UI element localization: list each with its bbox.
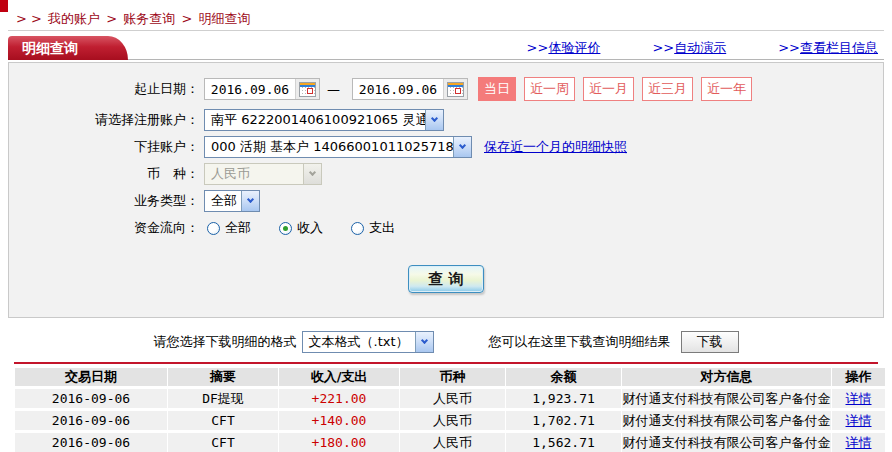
radio-all-label: 全部 bbox=[225, 219, 251, 237]
currency-select: 人民币 bbox=[204, 163, 322, 185]
cell-balance: 1,702.71 bbox=[506, 411, 621, 430]
detail-link[interactable]: 详情 bbox=[846, 391, 872, 406]
cell-currency: 人民币 bbox=[400, 433, 505, 452]
radio-income-label: 收入 bbox=[297, 219, 323, 237]
chevron-down-icon bbox=[425, 110, 443, 130]
sub-account-value: 000 活期 基本户 1406600101102571848 bbox=[205, 137, 453, 157]
date-from-value[interactable]: 2016.09.06 bbox=[205, 82, 295, 97]
cell-summary: CFT bbox=[168, 411, 278, 430]
cell-counterparty: 财付通支付科技有限公司客户备付金 bbox=[622, 433, 831, 452]
quick-button-last-3-months[interactable]: 近三月 bbox=[642, 77, 693, 101]
radio-expense[interactable] bbox=[351, 222, 364, 235]
tab-detail-query[interactable]: 明细查询 bbox=[8, 36, 108, 60]
breadcrumb-separator: > bbox=[106, 11, 117, 26]
detail-query-page: > > 我的账户 > 账务查询 > 明细查询 明细查询 >>体验评价 >>自动演… bbox=[0, 0, 892, 452]
breadcrumb-account-query[interactable]: 账务查询 bbox=[123, 11, 175, 26]
cell-amount: +221.00 bbox=[279, 389, 399, 408]
date-to-field[interactable]: 2016.09.06 bbox=[352, 78, 468, 100]
link-auto-demo[interactable]: >>自动演示 bbox=[652, 39, 726, 57]
radio-expense-label: 支出 bbox=[369, 219, 395, 237]
results-table-wrap: 交易日期 摘要 收入/支出 币种 余额 对方信息 操作 2016-09-06 D… bbox=[14, 362, 878, 452]
chevron-down-icon bbox=[453, 137, 471, 157]
cell-amount: +180.00 bbox=[279, 433, 399, 452]
table-row: 2016-09-06 CFT +140.00 人民币 1,702.71 财付通支… bbox=[15, 411, 885, 430]
currency-value: 人民币 bbox=[205, 164, 303, 184]
header-trade-date: 交易日期 bbox=[15, 368, 167, 386]
quick-button-last-year[interactable]: 近一年 bbox=[701, 77, 752, 101]
cell-counterparty: 财付通支付科技有限公司客户备付金 bbox=[622, 389, 831, 408]
quick-button-last-month[interactable]: 近一月 bbox=[583, 77, 634, 101]
table-row: 2016-09-06 CFT +180.00 人民币 1,562.71 财付通支… bbox=[15, 433, 885, 452]
breadcrumb-my-account[interactable]: 我的账户 bbox=[48, 11, 100, 26]
link-view-column-info[interactable]: >>查看栏目信息 bbox=[778, 39, 878, 57]
date-range-label: 起止日期： bbox=[9, 80, 199, 98]
table-row: 2016-09-06 DF提现 +221.00 人民币 1,923.71 财付通… bbox=[15, 389, 885, 408]
download-format-select[interactable]: 文本格式（.txt） bbox=[302, 331, 434, 353]
cell-trade-date: 2016-09-06 bbox=[15, 389, 167, 408]
cell-summary: CFT bbox=[168, 433, 278, 452]
top-links: >>体验评价 >>自动演示 >>查看栏目信息 bbox=[527, 39, 878, 57]
download-row: 请您选择下载明细的格式 文本格式（.txt） 您可以在这里下载查询明细结果 下载 bbox=[0, 330, 892, 354]
calendar-icon bbox=[299, 82, 316, 97]
download-hint: 您可以在这里下载查询明细结果 bbox=[489, 333, 671, 351]
download-format-label: 请您选择下载明细的格式 bbox=[154, 333, 297, 351]
header-action: 操作 bbox=[832, 368, 885, 386]
cell-trade-date: 2016-09-06 bbox=[15, 411, 167, 430]
tab-label: 明细查询 bbox=[22, 40, 78, 56]
date-range-dash: — bbox=[327, 82, 340, 97]
header-divider bbox=[8, 30, 884, 31]
date-to-calendar-button[interactable] bbox=[443, 79, 467, 99]
cell-balance: 1,923.71 bbox=[506, 389, 621, 408]
cell-counterparty: 财付通支付科技有限公司客户备付金 bbox=[622, 411, 831, 430]
breadcrumb-detail-query[interactable]: 明细查询 bbox=[198, 11, 250, 26]
fund-flow-label: 资金流向： bbox=[9, 219, 199, 237]
quick-button-today[interactable]: 当日 bbox=[478, 77, 516, 101]
quick-date-buttons: 当日 近一周 近一月 近三月 近一年 bbox=[478, 77, 752, 101]
corner-mark bbox=[0, 0, 8, 12]
quick-button-last-week[interactable]: 近一周 bbox=[524, 77, 575, 101]
query-form: 起止日期： 2016.09.06 — 2016.09.06 当日 近一周 近一月… bbox=[8, 62, 884, 318]
detail-link[interactable]: 详情 bbox=[846, 413, 872, 428]
calendar-icon bbox=[447, 82, 464, 97]
header-summary: 摘要 bbox=[168, 368, 278, 386]
cell-amount: +140.00 bbox=[279, 411, 399, 430]
table-header-row: 交易日期 摘要 收入/支出 币种 余额 对方信息 操作 bbox=[15, 368, 885, 386]
business-type-value: 全部 bbox=[205, 191, 241, 211]
register-account-value: 南平 6222001406100921065 灵通卡 bbox=[205, 110, 425, 130]
business-type-label: 业务类型： bbox=[9, 192, 199, 210]
detail-link[interactable]: 详情 bbox=[846, 435, 872, 450]
download-format-value: 文本格式（.txt） bbox=[303, 332, 415, 352]
cell-balance: 1,562.71 bbox=[506, 433, 621, 452]
sub-account-select[interactable]: 000 活期 基本户 1406600101102571848 bbox=[204, 136, 472, 158]
radio-income[interactable] bbox=[279, 222, 292, 235]
header-counterparty: 对方信息 bbox=[622, 368, 831, 386]
sub-account-label: 下挂账户： bbox=[9, 138, 199, 156]
date-from-calendar-button[interactable] bbox=[295, 79, 319, 99]
header-balance: 余额 bbox=[506, 368, 621, 386]
chevron-down-icon bbox=[241, 191, 259, 211]
breadcrumb-prefix: > > bbox=[16, 11, 42, 26]
results-table: 交易日期 摘要 收入/支出 币种 余额 对方信息 操作 2016-09-06 D… bbox=[14, 365, 886, 452]
currency-label: 币 种： bbox=[9, 165, 199, 183]
link-experience-rating[interactable]: >>体验评价 bbox=[527, 39, 601, 57]
radio-all[interactable] bbox=[207, 222, 220, 235]
date-to-value[interactable]: 2016.09.06 bbox=[353, 82, 443, 97]
query-button[interactable]: 查 询 bbox=[408, 265, 484, 293]
header-amount: 收入/支出 bbox=[279, 368, 399, 386]
cell-currency: 人民币 bbox=[400, 411, 505, 430]
save-snapshot-link[interactable]: 保存近一个月的明细快照 bbox=[484, 138, 627, 156]
chevron-down-icon bbox=[415, 332, 433, 352]
chevron-down-icon bbox=[303, 164, 321, 184]
breadcrumb-separator: > bbox=[181, 11, 192, 26]
cell-currency: 人民币 bbox=[400, 389, 505, 408]
business-type-select[interactable]: 全部 bbox=[204, 190, 260, 212]
fund-flow-options: 全部 收入 支出 bbox=[207, 219, 395, 237]
date-from-field[interactable]: 2016.09.06 bbox=[204, 78, 320, 100]
register-account-select[interactable]: 南平 6222001406100921065 灵通卡 bbox=[204, 109, 444, 131]
cell-trade-date: 2016-09-06 bbox=[15, 433, 167, 452]
tab-row: 明细查询 >>体验评价 >>自动演示 >>查看栏目信息 bbox=[8, 36, 884, 60]
breadcrumb: > > 我的账户 > 账务查询 > 明细查询 bbox=[0, 0, 892, 30]
cell-summary: DF提现 bbox=[168, 389, 278, 408]
register-account-label: 请选择注册账户： bbox=[9, 111, 199, 129]
download-button[interactable]: 下载 bbox=[681, 331, 739, 353]
